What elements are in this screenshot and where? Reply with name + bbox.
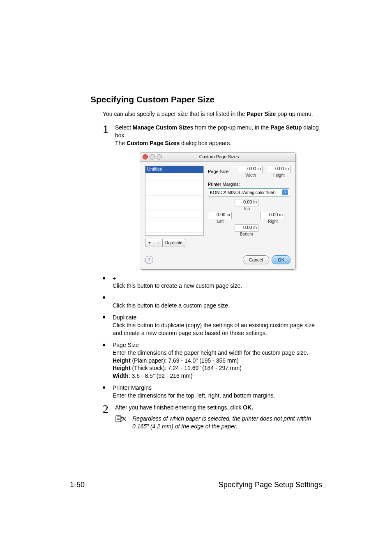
custom-sizes-list[interactable]: Untitled	[145, 166, 204, 236]
cancel-button[interactable]: Cancel	[243, 255, 269, 264]
step-1-line2-bold: Custom Page Sizes	[127, 140, 180, 146]
page-size-label: Page Size:	[208, 169, 239, 174]
margin-top-field[interactable]: 0.00 in	[235, 199, 258, 206]
bullet-plus-text: Click this button to create a new custom…	[113, 282, 242, 289]
margin-right-field[interactable]: 0.00 in	[261, 212, 284, 219]
margin-left-label: Left	[208, 219, 233, 224]
height-label: Height	[267, 173, 291, 178]
step-1: 1 Select Manage Custom Sizes from the po…	[115, 124, 322, 147]
intro-bold: Paper Size	[247, 111, 276, 117]
step-1-number: 1	[103, 121, 108, 137]
bullet-plus: + Click this button to create a new cust…	[103, 275, 322, 290]
width-label: Width	[239, 173, 263, 178]
margin-left-field[interactable]: 0.00 in	[208, 212, 232, 219]
height-plain-text: (Plain paper): 7.69 - 14.0" (195 - 356 m…	[131, 357, 239, 364]
step-1-text-2: from the pop-up menu, in the	[194, 124, 271, 131]
bullet-duplicate-text: Click this button to duplicate (copy) th…	[113, 322, 315, 336]
page-footer: 1-50 Specifying Page Setup Settings	[70, 478, 322, 489]
width-bold: Width	[113, 372, 129, 379]
height-plain-bold: Height	[113, 357, 131, 364]
margin-bottom-label: Bottom	[234, 232, 259, 236]
note-text: Regardless of which paper is selected, t…	[130, 415, 322, 430]
definitions-list: + Click this button to create a new cust…	[103, 275, 322, 400]
custom-page-sizes-dialog: Custom Page Sizes Untitled Page Size: 0.…	[140, 152, 296, 270]
bullet-page-size-title: Page Size	[113, 342, 139, 348]
margin-top-label: Top	[234, 206, 259, 211]
remove-size-button[interactable]: −	[154, 239, 163, 247]
dialog-titlebar: Custom Page Sizes	[140, 153, 295, 162]
bullet-pm-text: Enter the dimensions for the top, left, …	[113, 392, 275, 399]
intro-text-post: pop-up menu.	[276, 111, 313, 117]
step-2-bold-1: OK.	[243, 404, 253, 411]
printer-select-value: KONICA MINOLTAmagicolor 1650	[210, 190, 276, 195]
duplicate-button[interactable]: Duplicate	[163, 239, 185, 247]
ok-button[interactable]: OK	[272, 255, 291, 264]
page-number: 1-50	[70, 481, 85, 489]
margin-right-label: Right	[261, 219, 285, 224]
step-1-bold-2: Page Setup	[270, 124, 302, 131]
page-width-field[interactable]: 0.00 in	[239, 166, 263, 173]
close-icon[interactable]	[143, 154, 148, 160]
bullet-duplicate: Duplicate Click this button to duplicate…	[103, 314, 322, 337]
note-icon	[115, 415, 127, 430]
bullet-minus-title: -	[113, 294, 115, 301]
printer-margins-label: Printer Margins:	[208, 182, 291, 187]
step-1-line2-pre: The	[115, 140, 127, 146]
note: Regardless of which paper is selected, t…	[115, 415, 322, 430]
dialog-title: Custom Page Sizes	[164, 154, 274, 159]
bullet-duplicate-title: Duplicate	[113, 314, 136, 321]
intro-paragraph: You can also specify a paper size that i…	[103, 110, 322, 118]
bullet-printer-margins: Printer Margins Enter the dimensions for…	[103, 384, 322, 400]
zoom-icon	[157, 154, 162, 160]
list-item[interactable]: Untitled	[145, 166, 203, 173]
help-icon[interactable]: ?	[145, 256, 153, 264]
footer-section-title: Specifying Page Setup Settings	[219, 481, 322, 489]
printer-select[interactable]: KONICA MINOLTAmagicolor 1650 ▾	[208, 188, 290, 197]
add-size-button[interactable]: +	[145, 239, 154, 247]
step-2-number: 2	[103, 401, 108, 417]
intro-text-pre: You can also specify a paper size that i…	[103, 111, 247, 117]
bullet-minus-text: Click this button to delete a custom pag…	[113, 302, 230, 309]
bullet-page-size: Page Size Enter the dimensions of the pa…	[103, 341, 322, 380]
height-thick-text: (Thick stock): 7.24 - 11.69" (184 - 297 …	[131, 365, 242, 371]
svg-rect-0	[116, 416, 121, 422]
step-2-text-1: After you have finished entering the set…	[115, 404, 243, 411]
bullet-page-size-text: Enter the dimensions of the paper height…	[113, 349, 308, 356]
step-1-line2-post: dialog box appears.	[180, 140, 231, 146]
chevron-updown-icon: ▾	[282, 190, 288, 195]
bullet-plus-title: +	[113, 275, 116, 282]
page-height-field[interactable]: 0.00 in	[267, 166, 291, 173]
bullet-pm-title: Printer Margins	[113, 384, 152, 391]
step-2: 2 After you have finished entering the s…	[115, 404, 322, 412]
margin-bottom-field[interactable]: 0.00 in	[235, 224, 258, 232]
minimize-icon	[150, 154, 155, 160]
step-1-text-1: Select	[115, 124, 133, 131]
bullet-minus: - Click this button to delete a custom p…	[103, 294, 322, 310]
section-heading: Specifying Custom Paper Size	[90, 95, 322, 104]
step-1-bold-1: Manage Custom Sizes	[133, 124, 194, 131]
height-thick-bold: Height	[113, 365, 131, 371]
width-text: : 3.6 - 8.5" (92 - 216 mm)	[129, 372, 193, 379]
